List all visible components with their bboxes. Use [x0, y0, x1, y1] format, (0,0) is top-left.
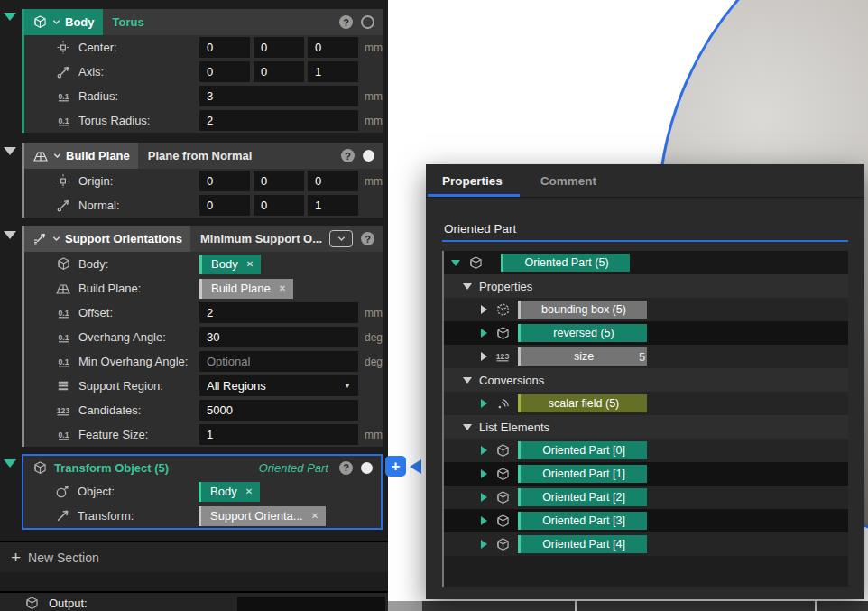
- block-build-plane-badge[interactable]: Build Plane: [24, 143, 138, 169]
- vector-component-input[interactable]: [254, 37, 304, 58]
- reference-chip-build-plane[interactable]: Build Plane✕: [199, 279, 293, 299]
- block-support-orientations-header[interactable]: Support Orientations Minimum Support O..…: [24, 226, 383, 252]
- expander-right-teal-icon[interactable]: [481, 493, 487, 502]
- value-input[interactable]: [199, 400, 358, 421]
- collapse-triangle-transform-object[interactable]: [4, 459, 16, 468]
- field-label: Normal:: [78, 199, 120, 212]
- part-name-input[interactable]: [442, 217, 848, 242]
- block-transform-object-header[interactable]: Transform Object (5) Oriented Part ?: [23, 456, 381, 479]
- block-body-badge[interactable]: Body: [24, 9, 103, 35]
- collapse-triangle-body[interactable]: [4, 13, 16, 21]
- field-control: [199, 302, 358, 323]
- field-label: Object:: [78, 485, 115, 498]
- expander-right-teal-icon[interactable]: [481, 469, 487, 478]
- tab-comment[interactable]: Comment: [540, 174, 596, 188]
- expander-right-teal-icon[interactable]: [481, 399, 487, 408]
- collapse-triangle-build-plane[interactable]: [4, 147, 16, 155]
- ruler-tick: [815, 601, 817, 611]
- help-icon[interactable]: ?: [341, 149, 355, 162]
- vector-component-input[interactable]: [199, 195, 250, 216]
- chip-label: Build Plane: [211, 282, 271, 295]
- expander-right-teal-icon[interactable]: [481, 329, 487, 338]
- value-input[interactable]: [199, 351, 358, 372]
- collapse-triangle-support-orientations[interactable]: [4, 231, 16, 239]
- tree-chip-oriented-part--3-[interactable]: Oriented Part [3]: [518, 512, 647, 530]
- svg-text:123: 123: [496, 352, 510, 361]
- tree-chip-size[interactable]: size: [518, 347, 647, 366]
- insert-position-arrow-icon[interactable]: [410, 459, 421, 474]
- body-icon: [492, 514, 513, 529]
- unit-label: mm: [365, 307, 383, 319]
- reference-chip-body[interactable]: Body✕: [199, 482, 260, 502]
- field-row-center: Center:mm: [24, 35, 383, 60]
- vector-component-input[interactable]: [199, 171, 250, 191]
- radio-dot-icon[interactable]: [363, 150, 374, 162]
- block-badge-label: Body: [65, 15, 95, 29]
- tab-properties[interactable]: Properties: [442, 174, 503, 188]
- radio-dot-icon[interactable]: [361, 462, 373, 474]
- expander-right-teal-icon[interactable]: [481, 540, 487, 549]
- new-section-button[interactable]: + New Section: [0, 541, 388, 572]
- expander-right-white-icon[interactable]: [481, 352, 487, 361]
- close-icon[interactable]: ✕: [311, 511, 319, 521]
- tree-chip-reversed--5-[interactable]: reversed (5): [518, 324, 647, 342]
- tree-chip-oriented-part--2-[interactable]: Oriented Part [2]: [518, 488, 647, 506]
- field-label: Radius:: [78, 89, 118, 103]
- reference-chip-body[interactable]: Body✕: [199, 255, 261, 274]
- tree-chip-oriented-part--1-[interactable]: Oriented Part [1]: [518, 465, 647, 483]
- help-icon[interactable]: ?: [339, 15, 353, 29]
- expander-right-teal-icon[interactable]: [481, 516, 487, 525]
- value-input[interactable]: [199, 327, 358, 347]
- decimal-icon: 0.1: [53, 114, 73, 128]
- tree-chip-oriented-part--0-[interactable]: Oriented Part [0]: [518, 441, 647, 459]
- region-select[interactable]: All Regions▼: [199, 375, 358, 396]
- expander-right-white-icon[interactable]: [481, 305, 487, 314]
- tree-chip-oriented-part--5-[interactable]: Oriented Part (5): [501, 254, 630, 272]
- vector-component-input[interactable]: [254, 61, 304, 82]
- field-control: [199, 110, 358, 131]
- block-body-header[interactable]: Body Torus ?: [24, 9, 383, 35]
- value-input[interactable]: [199, 110, 358, 131]
- vector-component-input[interactable]: [308, 195, 358, 216]
- value-input[interactable]: [199, 86, 358, 106]
- block-title: Torus: [113, 15, 144, 29]
- vector-component-input[interactable]: [254, 195, 304, 216]
- help-icon[interactable]: ?: [339, 461, 353, 475]
- vector-component-input[interactable]: [254, 171, 304, 191]
- vector-component-input[interactable]: [308, 37, 358, 58]
- expander-down-white-icon[interactable]: [463, 377, 472, 384]
- tree-chip-bounding-box--5-[interactable]: bounding box (5): [518, 301, 647, 319]
- vector-component-input[interactable]: [199, 61, 250, 82]
- variant-dropdown-button[interactable]: [329, 230, 353, 247]
- vector-component-input[interactable]: [199, 37, 250, 58]
- expander-right-teal-icon[interactable]: [481, 446, 487, 455]
- tree-row: Oriented Part [4]: [444, 532, 848, 556]
- value-input[interactable]: [199, 424, 358, 445]
- value-input[interactable]: [199, 302, 358, 323]
- add-block-button[interactable]: +: [385, 456, 406, 477]
- vector-component-input[interactable]: [308, 171, 358, 191]
- close-icon[interactable]: ✕: [279, 283, 286, 293]
- reference-chip-support-orienta---[interactable]: Support Orienta...✕: [199, 506, 326, 526]
- block-body: Body Torus ? Center:mmAxis:0.1Radius:mm0…: [22, 9, 383, 133]
- body-icon: [492, 537, 513, 552]
- block-build-plane-header[interactable]: Build Plane Plane from Normal ?: [24, 143, 383, 169]
- radio-ring-icon[interactable]: [361, 15, 374, 29]
- chip-label: Body: [210, 485, 237, 498]
- help-icon[interactable]: ?: [361, 232, 374, 245]
- expander-down-white-icon[interactable]: [463, 283, 472, 290]
- field-row-radius: 0.1Radius:mm: [24, 84, 383, 108]
- body-icon: [492, 490, 513, 505]
- vector-component-input[interactable]: [308, 61, 358, 82]
- tree-chip-oriented-part--4-[interactable]: Oriented Part [4]: [518, 535, 647, 553]
- block-support-orientations-badge[interactable]: Support Orientations: [24, 226, 190, 252]
- tree-group-label: Conversions: [479, 374, 544, 387]
- body-icon: [29, 460, 51, 476]
- tree-chip-scalar-field--5-[interactable]: scalar field (5): [518, 394, 647, 412]
- unit-label: mm: [365, 429, 383, 441]
- expander-down-white-icon[interactable]: [463, 424, 472, 430]
- close-icon[interactable]: ✕: [245, 486, 253, 496]
- expander-down-teal-icon[interactable]: [451, 260, 460, 266]
- output-input[interactable]: [237, 597, 385, 611]
- close-icon[interactable]: ✕: [246, 259, 254, 269]
